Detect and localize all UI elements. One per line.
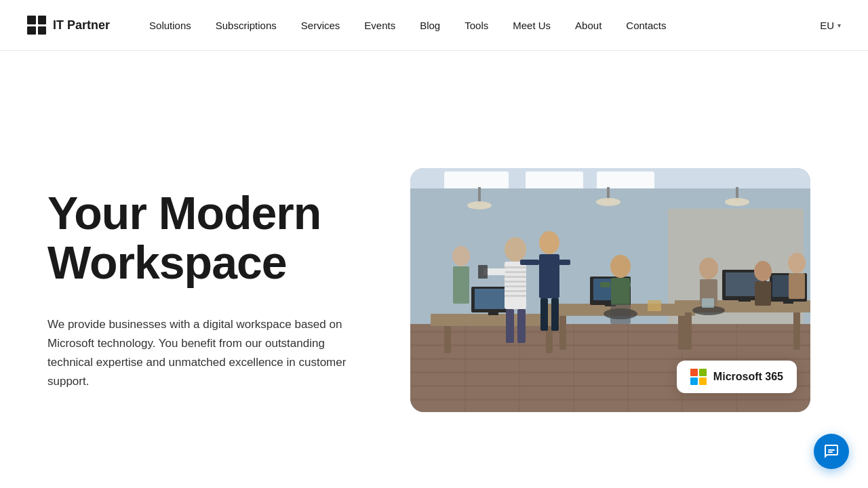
svg-rect-76 (702, 298, 714, 308)
nav-item-subscriptions[interactable]: Subscriptions (203, 20, 289, 31)
nav-item-events[interactable]: Events (352, 20, 408, 31)
language-selector[interactable]: EU ▾ (820, 20, 841, 31)
svg-point-54 (539, 231, 559, 254)
svg-rect-21 (444, 326, 451, 353)
nav-item-contacts[interactable]: Contacts (614, 20, 678, 31)
logo[interactable]: IT Partner (27, 16, 110, 35)
nav-item-about[interactable]: About (563, 20, 614, 31)
chat-button[interactable] (814, 434, 849, 469)
svg-rect-45 (505, 276, 526, 278)
nav-item-tools[interactable]: Tools (452, 20, 500, 31)
svg-rect-57 (551, 298, 559, 331)
svg-rect-43 (505, 266, 526, 268)
svg-rect-47 (505, 285, 526, 287)
hero-title: Your Modern Workspace (47, 188, 373, 288)
main-nav: Solutions Subscriptions Services Events … (137, 20, 806, 31)
svg-rect-40 (783, 301, 793, 304)
ms-logo-green (699, 369, 707, 376)
nav-item-solutions[interactable]: Solutions (137, 20, 203, 31)
hero-section: Your Modern Workspace We provide busines… (0, 51, 868, 488)
ms-logo-yellow (699, 378, 707, 385)
svg-point-80 (596, 198, 620, 206)
svg-rect-59 (551, 260, 570, 265)
hero-left: Your Modern Workspace We provide busines… (47, 188, 400, 391)
svg-point-64 (699, 258, 718, 279)
svg-rect-48 (505, 290, 526, 292)
svg-rect-50 (506, 309, 514, 343)
office-image: Microsoft 365 (410, 168, 810, 412)
svg-rect-13 (465, 324, 466, 412)
svg-rect-49 (505, 295, 526, 297)
svg-rect-58 (520, 260, 539, 265)
svg-rect-73 (610, 304, 631, 324)
svg-rect-16 (627, 324, 629, 412)
brand-name: IT Partner (53, 18, 110, 33)
svg-rect-71 (453, 266, 469, 304)
svg-point-78 (467, 201, 492, 209)
svg-point-41 (505, 237, 526, 262)
nav-item-blog[interactable]: Blog (408, 20, 452, 31)
nav-item-services[interactable]: Services (289, 20, 353, 31)
svg-rect-30 (475, 289, 505, 309)
ms-logo-blue (690, 378, 698, 385)
svg-rect-75 (648, 300, 661, 311)
svg-rect-15 (573, 324, 574, 412)
svg-rect-27 (685, 312, 692, 350)
svg-point-66 (754, 261, 772, 281)
svg-point-82 (725, 198, 749, 206)
svg-rect-67 (755, 281, 771, 306)
svg-rect-37 (738, 299, 751, 302)
svg-rect-8 (410, 344, 810, 346)
svg-rect-56 (540, 298, 548, 331)
svg-rect-69 (789, 273, 805, 299)
nav-item-meet-us[interactable]: Meet Us (500, 20, 563, 31)
language-label: EU (820, 20, 834, 31)
office-scene: Microsoft 365 (410, 168, 810, 412)
svg-point-68 (788, 253, 806, 273)
svg-rect-53 (478, 265, 488, 279)
svg-rect-9 (410, 358, 810, 360)
chevron-down-icon: ▾ (837, 22, 841, 29)
svg-rect-31 (488, 312, 498, 315)
svg-rect-44 (505, 271, 526, 273)
svg-rect-83 (828, 449, 835, 451)
svg-rect-12 (410, 399, 810, 401)
svg-rect-7 (410, 331, 810, 333)
svg-rect-84 (828, 451, 833, 453)
hero-description: We provide businesses with a digital wor… (47, 315, 373, 391)
hero-right: Microsoft 365 (400, 168, 821, 412)
svg-rect-51 (517, 309, 526, 343)
svg-rect-63 (620, 282, 631, 287)
svg-point-70 (452, 246, 470, 266)
ms-logo-red (690, 369, 698, 376)
svg-rect-62 (600, 282, 610, 287)
ms365-label: Microsoft 365 (713, 371, 783, 383)
svg-rect-25 (678, 316, 685, 350)
svg-rect-46 (505, 281, 526, 283)
svg-point-60 (610, 255, 631, 278)
svg-rect-24 (559, 316, 566, 350)
ms365-badge: Microsoft 365 (677, 361, 797, 393)
logo-icon (27, 16, 46, 35)
svg-rect-28 (793, 312, 800, 350)
chat-icon (823, 443, 840, 460)
microsoft-logo (690, 369, 707, 385)
header: IT Partner Solutions Subscriptions Servi… (0, 0, 868, 51)
